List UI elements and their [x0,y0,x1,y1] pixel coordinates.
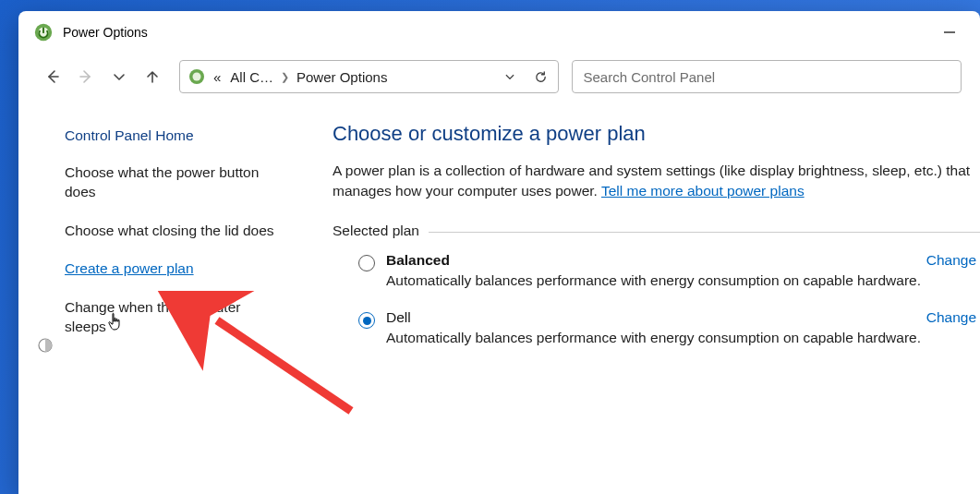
up-button[interactable] [137,61,168,92]
breadcrumb-segment[interactable]: Power Options [295,69,389,85]
forward-button[interactable] [70,61,102,92]
plan-option-dell[interactable]: Dell Change Automatically balances perfo… [333,309,980,346]
address-bar[interactable]: « All C… ❯ Power Options [179,60,559,93]
power-options-icon [33,22,54,42]
toolbar: « All C… ❯ Power Options [18,54,980,100]
change-plan-settings-link[interactable]: Change [926,309,980,326]
selected-plan-label: Selected plan [333,223,419,239]
plan-body: Dell Change Automatically balances perfo… [386,309,980,346]
content-body: Control Panel Home Choose what the power… [18,100,980,494]
titlebar: Power Options [18,11,980,54]
main-content: Choose or customize a power plan A power… [305,100,980,494]
page-description: A power plan is a collection of hardware… [333,161,980,200]
plan-body: Balanced Change Automatically balances p… [386,252,980,289]
sidebar-link-computer-sleeps[interactable]: Change when the computer sleeps [65,297,277,337]
svg-point-7 [193,73,201,81]
sidebar-link-power-button[interactable]: Choose what the power button does [65,163,277,202]
plan-description: Automatically balances performance with … [386,272,980,289]
plan-option-balanced[interactable]: Balanced Change Automatically balances p… [333,252,980,289]
recent-locations-button[interactable] [103,61,135,92]
chevron-right-icon: ❯ [281,71,289,83]
window: Power Options « All C… ❯ Power Options [18,11,980,494]
minimize-button[interactable] [928,11,971,54]
selected-plan-groupbox: Selected plan [333,223,980,239]
plan-description: Automatically balances performance with … [386,330,980,346]
page-heading: Choose or customize a power plan [333,122,980,146]
tell-me-more-link[interactable]: Tell me more about power plans [601,183,805,199]
plan-name: Dell [386,309,411,326]
svg-rect-2 [42,28,44,33]
search-input[interactable] [584,69,950,85]
back-button[interactable] [37,61,68,92]
radio-button[interactable] [358,312,375,329]
change-plan-settings-link[interactable]: Change [926,252,980,269]
control-panel-icon [188,67,206,86]
sidebar-link-create-plan[interactable]: Create a power plan [65,259,277,278]
refresh-button[interactable] [528,64,554,90]
plan-name: Balanced [386,252,450,269]
radio-button[interactable] [358,255,375,271]
breadcrumb-segment[interactable]: All C… [228,69,275,85]
window-title: Power Options [63,25,928,40]
sidebar-link-close-lid[interactable]: Choose what closing the lid does [65,221,277,240]
divider [429,232,980,233]
control-panel-home-link[interactable]: Control Panel Home [65,127,277,144]
breadcrumb-prefix: « [212,69,223,85]
sidebar: Control Panel Home Choose what the power… [18,100,305,494]
search-box[interactable] [572,60,962,93]
address-dropdown-button[interactable] [497,64,523,90]
cursor-pointer-icon [104,310,128,334]
brightness-icon [37,337,54,354]
